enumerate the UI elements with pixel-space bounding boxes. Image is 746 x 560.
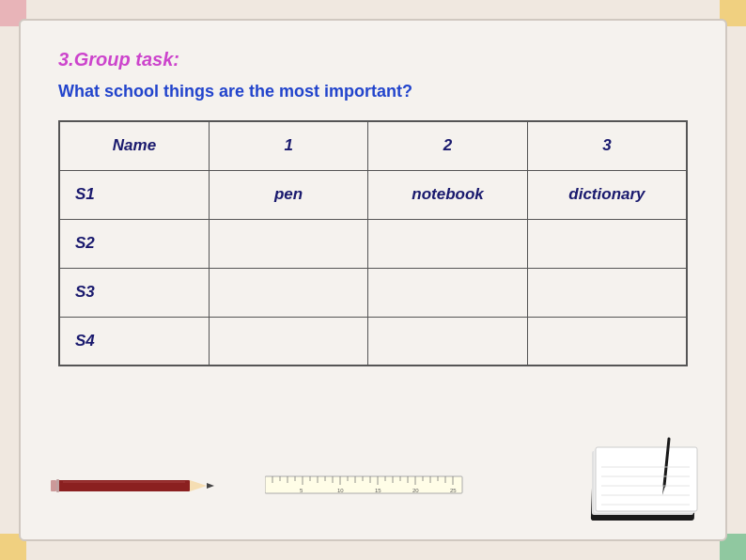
table-row: S2	[59, 219, 687, 268]
table-row: S3	[59, 268, 687, 317]
svg-rect-6	[265, 476, 462, 493]
table-row: S1 pen notebook dictionary	[59, 170, 687, 219]
header-2: 2	[368, 121, 528, 170]
row-s1-name: S1	[59, 170, 209, 219]
row-s3-name: S3	[59, 268, 209, 317]
header-1: 1	[209, 121, 367, 170]
ruler-decoration: 5 10 15 20 25	[265, 472, 472, 504]
header-3: 3	[527, 121, 687, 170]
whiteboard: 3.Group task: What school things are the…	[19, 19, 727, 541]
svg-marker-1	[190, 480, 207, 491]
row-s4-col3	[527, 317, 687, 366]
row-s2-name: S2	[59, 219, 209, 268]
svg-rect-40	[596, 447, 697, 511]
group-task-table: Name 1 2 3 S1 pen notebook dictionary S2…	[58, 120, 688, 366]
svg-text:25: 25	[450, 488, 457, 493]
svg-rect-4	[51, 480, 56, 491]
row-s2-col1	[209, 219, 367, 268]
notepad-decoration	[584, 434, 707, 532]
pencil-decoration	[49, 459, 237, 525]
svg-text:15: 15	[375, 488, 381, 493]
row-s1-col2: notebook	[368, 170, 528, 219]
svg-marker-2	[207, 483, 214, 489]
svg-rect-3	[56, 479, 59, 492]
row-s1-col3: dictionary	[527, 170, 687, 219]
row-s4-col1	[209, 317, 367, 366]
row-s2-col3	[527, 219, 687, 268]
task-title: 3.Group task:	[58, 49, 688, 70]
svg-text:20: 20	[412, 488, 419, 493]
row-s4-col2	[368, 317, 528, 366]
svg-text:10: 10	[337, 488, 344, 493]
table-header-row: Name 1 2 3	[59, 121, 687, 170]
header-name: Name	[59, 121, 209, 170]
row-s2-col2	[368, 219, 528, 268]
row-s3-col3	[527, 268, 687, 317]
table-row: S4	[59, 317, 687, 366]
row-s1-col1: pen	[209, 170, 367, 219]
row-s4-name: S4	[59, 317, 209, 366]
task-question: What school things are the most importan…	[58, 82, 688, 101]
row-s3-col1	[209, 268, 367, 317]
row-s3-col2	[368, 268, 528, 317]
